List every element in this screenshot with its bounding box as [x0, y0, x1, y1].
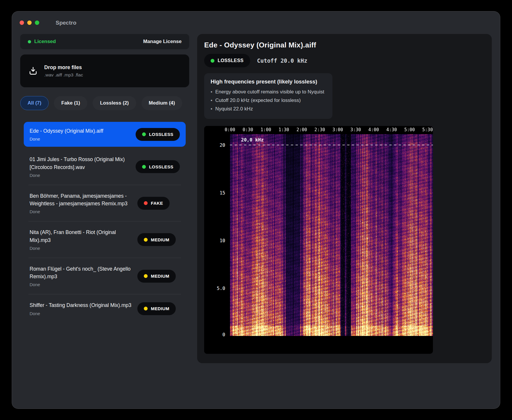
analysis-bullet: • Nyquist 22.0 kHz [211, 105, 324, 113]
file-row[interactable]: Roman Flügel - Geht's noch_ (Steve Angel… [25, 258, 184, 294]
verdict-badge: MEDIUM [137, 302, 176, 315]
verdict-badge: LOSSLESS [136, 128, 180, 141]
zoom-button[interactable] [35, 21, 39, 25]
cutoff-dashed-line [230, 145, 433, 145]
license-bar: Licensed Manage License [20, 34, 189, 49]
analysis-box: High frequencies present (likely lossles… [204, 73, 332, 119]
analysis-bullet-text: Energy above cutoff remains visible up t… [215, 88, 324, 96]
detail-title: Ede - Odyssey (Original Mix).aiff [204, 41, 485, 49]
analysis-bullet: • Energy above cutoff remains visible up… [211, 88, 324, 96]
analysis-heading: High frequencies present (likely lossles… [211, 78, 324, 85]
verdict-dot-icon [142, 165, 146, 169]
file-name: 01 Jimi Jules - Turbo Rosso (Original Mi… [30, 156, 131, 171]
time-tick: 5:00 [404, 127, 415, 132]
manage-license-button[interactable]: Manage License [143, 39, 182, 45]
dropzone-formats: .wav .aiff .mp3 .flac [44, 72, 83, 78]
verdict-dot-icon [211, 59, 214, 63]
spectrogram-canvas [230, 126, 433, 336]
file-row[interactable]: Ben Böhmer, Panama, jamesjamesjames - We… [25, 185, 184, 221]
file-row[interactable]: Nita (AR), Fran Bonetti - Riot (Original… [25, 221, 184, 258]
file-name: Ben Böhmer, Panama, jamesjamesjames - We… [30, 192, 133, 208]
freq-tick: 10 [220, 238, 225, 243]
time-axis: 0:00 0:30 1:00 1:30 2:00 2:30 3:00 3:30 … [230, 126, 433, 134]
time-tick: 4:30 [386, 127, 397, 132]
time-tick: 2:00 [296, 127, 307, 132]
file-status: Done [30, 282, 133, 287]
window-title: Spectro [56, 20, 76, 26]
cutoff-value: Cutoff 20.0 kHz [257, 57, 308, 64]
filter-tab-fake[interactable]: Fake (1) [54, 96, 87, 110]
license-status-icon [28, 40, 31, 43]
app-window: Spectro Licensed Manage License Drop mor… [12, 11, 500, 409]
detail-panel: Ede - Odyssey (Original Mix).aiff LOSSLE… [197, 34, 492, 363]
time-tick: 5:30 [422, 127, 433, 132]
time-tick: 3:30 [350, 127, 361, 132]
spectrogram: 20 15 10 5.0 0 0:00 0:30 1:00 1:30 2:00 … [204, 126, 433, 354]
file-list: Ede - Odyssey (Original Mix).aiff Done L… [20, 122, 189, 329]
filter-tabs: All (7) Fake (1) Lossless (2) Medium (4) [20, 96, 189, 110]
detail-verdict-badge: LOSSLESS [204, 54, 250, 67]
freq-tick: 5.0 [217, 286, 225, 291]
file-status: Done [30, 173, 131, 178]
bullet-marker: • [211, 96, 212, 105]
minimize-button[interactable] [27, 21, 32, 25]
time-tick: 1:00 [261, 127, 271, 132]
file-status: Done [30, 209, 133, 214]
freq-tick: 15 [220, 190, 225, 196]
file-row[interactable]: 01 Jimi Jules - Turbo Rosso (Original Mi… [25, 148, 184, 185]
title-bar: Spectro [12, 11, 500, 34]
analysis-bullet-text: Cutoff 20.0 kHz (expected for lossless) [215, 96, 301, 105]
time-tick: 1:30 [279, 127, 289, 132]
dropzone-title: Drop more files [44, 64, 83, 71]
frequency-axis: 20 15 10 5.0 0 [204, 126, 230, 354]
verdict-dot-icon [144, 307, 148, 310]
file-row[interactable]: Ede - Odyssey (Original Mix).aiff Done L… [24, 122, 186, 147]
filter-tab-lossless[interactable]: Lossless (2) [93, 96, 136, 110]
file-name: Roman Flügel - Geht's noch_ (Steve Angel… [30, 265, 133, 281]
bullet-marker: • [211, 88, 212, 96]
drop-files-icon [28, 66, 38, 76]
file-status: Done [30, 311, 133, 316]
sidebar: Licensed Manage License Drop more files … [20, 34, 189, 329]
bullet-marker: • [211, 105, 212, 113]
time-tick: 0:30 [243, 127, 253, 132]
cutoff-line-label: 20,0 kHz [241, 137, 264, 143]
file-row[interactable]: Shiffer - Tasting Darkness (Original Mix… [25, 294, 184, 323]
close-button[interactable] [20, 21, 24, 25]
file-dropzone[interactable]: Drop more files .wav .aiff .mp3 .flac [20, 54, 189, 87]
file-status: Done [30, 246, 133, 251]
time-tick: 4:00 [368, 127, 379, 132]
file-name: Shiffer - Tasting Darkness (Original Mix… [30, 301, 133, 309]
file-name: Ede - Odyssey (Original Mix).aiff [30, 127, 131, 135]
analysis-bullet: • Cutoff 20.0 kHz (expected for lossless… [211, 96, 324, 105]
window-controls [20, 21, 39, 25]
verdict-badge: MEDIUM [137, 233, 176, 246]
time-tick: 2:30 [315, 127, 325, 132]
filter-tab-all[interactable]: All (7) [20, 96, 49, 110]
verdict-dot-icon [144, 274, 148, 278]
time-tick: 0:00 [225, 127, 235, 132]
time-tick: 3:00 [332, 127, 343, 132]
verdict-badge: LOSSLESS [136, 160, 180, 173]
file-name: Nita (AR), Fran Bonetti - Riot (Original… [30, 228, 133, 244]
freq-tick: 0 [222, 332, 225, 337]
filter-tab-medium[interactable]: Medium (4) [141, 96, 182, 110]
verdict-dot-icon [144, 201, 148, 205]
verdict-badge: FAKE [137, 197, 170, 210]
verdict-badge: MEDIUM [137, 270, 176, 283]
analysis-bullet-text: Nyquist 22.0 kHz [215, 105, 253, 113]
file-status: Done [30, 136, 131, 141]
license-status-label: Licensed [34, 39, 56, 45]
verdict-dot-icon [142, 132, 146, 136]
verdict-dot-icon [144, 238, 148, 242]
freq-tick: 20 [220, 142, 225, 148]
